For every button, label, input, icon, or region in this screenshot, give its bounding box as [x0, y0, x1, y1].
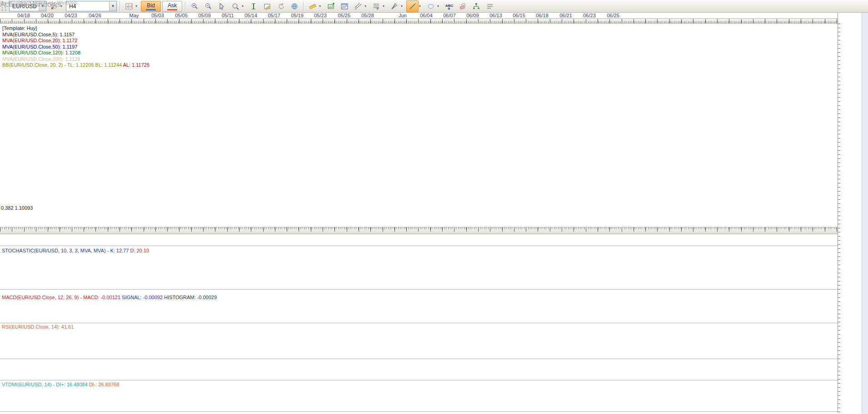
fib-level-label: 0.382 1.10093: [1, 205, 33, 211]
activate-windows-watermark-sub: Go to Settings to activate Windows.: [0, 0, 79, 5]
trading-platform-window: EUR/USD▼▾H4▼▾BidAsk▾▾▾F▾▾▾▾ABC [Template…: [0, 0, 868, 414]
chart-canvas[interactable]: [0, 0, 868, 414]
